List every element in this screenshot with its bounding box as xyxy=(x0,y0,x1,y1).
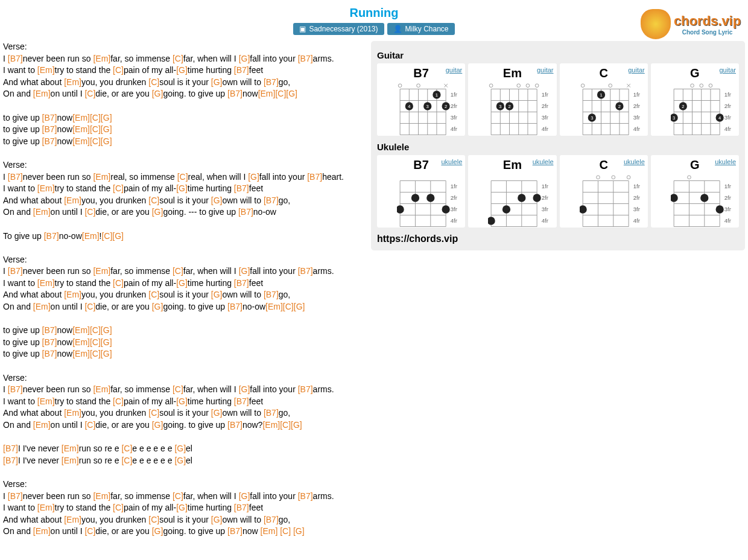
chord-token[interactable]: [Em] xyxy=(33,207,51,217)
chord-token[interactable]: [B7] xyxy=(307,172,322,182)
chord-token[interactable]: [C] xyxy=(113,183,124,193)
chord-token[interactable]: [B7] xyxy=(227,89,242,98)
chord-token[interactable]: [G] xyxy=(176,183,188,193)
chord-token[interactable]: [G] xyxy=(211,515,223,524)
site-logo[interactable]: chords.vip Chord Song Lyric xyxy=(636,6,745,42)
chord-token[interactable]: [B7] xyxy=(3,444,18,453)
chord-token[interactable]: [B7] xyxy=(42,325,57,335)
chord-token[interactable]: [B7] xyxy=(234,503,249,512)
chord-token[interactable]: [G] xyxy=(176,65,188,75)
instrument-link[interactable]: ukulele xyxy=(715,158,736,165)
chord-token[interactable]: [G] xyxy=(239,384,250,394)
chord-token[interactable]: [Em] xyxy=(33,420,51,430)
chord-token[interactable]: [Em][C][G] xyxy=(72,113,112,122)
chord-token[interactable]: [Em] xyxy=(93,491,110,501)
chord-token[interactable]: [B7] xyxy=(227,420,242,430)
chord-token[interactable]: [G] xyxy=(152,207,163,217)
chord-token[interactable]: [C] xyxy=(84,207,95,217)
chord-token[interactable]: [B7] xyxy=(298,491,313,501)
chord-token[interactable]: [Em] xyxy=(37,183,55,193)
chord-token[interactable]: [B7] xyxy=(234,183,249,193)
chord-token[interactable]: [C] xyxy=(84,526,95,536)
chord-token[interactable]: [B7] xyxy=(42,349,57,358)
chord-token[interactable]: [C] xyxy=(121,456,132,465)
chord-token[interactable]: [G] xyxy=(152,420,163,430)
instrument-link[interactable]: guitar xyxy=(628,66,645,74)
chord-token[interactable]: [C] xyxy=(148,290,159,299)
chord-token[interactable]: [B7] xyxy=(3,456,18,465)
chord-token[interactable]: [Em] xyxy=(64,408,81,418)
chord-token[interactable]: [C] xyxy=(173,384,183,394)
instrument-link[interactable]: ukulele xyxy=(624,158,645,165)
instrument-link[interactable]: guitar xyxy=(719,66,736,74)
site-url[interactable]: https://chords.vip xyxy=(377,234,739,244)
instrument-link[interactable]: ukulele xyxy=(533,158,554,165)
chord-token[interactable]: [B7] xyxy=(8,384,23,394)
chord-token[interactable]: [Em] xyxy=(82,231,100,241)
chord-token[interactable]: [B7] xyxy=(264,515,279,524)
chord-token[interactable]: [C] xyxy=(173,491,183,501)
chord-token[interactable]: [C] xyxy=(113,503,124,512)
chord-token[interactable]: [G] xyxy=(248,172,259,182)
chord-token[interactable]: [Em] xyxy=(64,290,81,299)
chord-token[interactable]: [C] xyxy=(113,396,124,406)
chord-token[interactable]: [Em] xyxy=(33,302,51,311)
chord-token[interactable]: [Em] xyxy=(37,396,55,406)
chord-token[interactable]: [B7] xyxy=(227,302,242,311)
chord-token[interactable]: [G] xyxy=(152,89,163,98)
chord-token[interactable]: [G] xyxy=(211,408,223,418)
chord-token[interactable]: [G] xyxy=(176,503,188,512)
chord-token[interactable]: [B7] xyxy=(42,113,57,122)
chord-token[interactable]: [C] xyxy=(84,420,95,430)
chord-token[interactable]: [B7] xyxy=(238,207,253,217)
chord-token[interactable]: [Em] xyxy=(93,54,110,63)
chord-token[interactable]: [C] xyxy=(173,54,183,63)
chord-token[interactable]: [G] xyxy=(211,196,223,205)
chord-token[interactable]: [Em] xyxy=(62,444,79,453)
chord-token[interactable]: [Em] xyxy=(62,456,79,465)
chord-token[interactable]: [Em] xyxy=(37,65,55,75)
chord-token[interactable]: [B7] xyxy=(264,196,279,205)
chord-token[interactable]: [G] xyxy=(174,456,186,465)
chord-token[interactable]: [B7] xyxy=(264,408,279,418)
chord-token[interactable]: [B7] xyxy=(234,278,249,288)
chord-token[interactable]: [B7] xyxy=(264,77,279,87)
chord-token[interactable]: [B7] xyxy=(227,526,242,536)
chord-token[interactable]: [C] xyxy=(148,77,159,87)
chord-token[interactable]: [G] xyxy=(152,526,163,536)
chord-token[interactable]: [B7] xyxy=(234,65,249,75)
chord-token[interactable]: [B7] xyxy=(8,54,23,63)
chord-token[interactable]: [G] xyxy=(174,444,186,453)
chord-token[interactable]: [Em][C][G] xyxy=(258,89,297,98)
chord-token[interactable]: [G] xyxy=(176,278,188,288)
chord-token[interactable]: [C] xyxy=(121,444,132,453)
chord-token[interactable]: [C][G] xyxy=(101,231,124,241)
chord-token[interactable]: [Em][C][G] xyxy=(72,325,112,335)
chord-token[interactable]: [B7] xyxy=(298,266,313,276)
chord-token[interactable]: [Em] xyxy=(33,89,51,98)
chord-token[interactable]: [Em][C][G] xyxy=(262,420,302,430)
chord-token[interactable]: [Em] xyxy=(64,196,81,205)
chord-token[interactable]: [C] xyxy=(173,266,183,276)
chord-token[interactable]: [Em] xyxy=(37,503,55,512)
chord-token[interactable]: [Em] xyxy=(64,515,81,524)
chord-token[interactable]: [C] xyxy=(148,196,159,205)
chord-token[interactable]: [C] xyxy=(113,278,124,288)
chord-token[interactable]: [C] xyxy=(84,302,95,311)
chord-token[interactable]: [B7] xyxy=(42,337,57,347)
chord-token[interactable]: [Em] [C] [G] xyxy=(261,526,305,536)
chord-token[interactable]: [B7] xyxy=(8,266,23,276)
chord-token[interactable]: [G] xyxy=(176,396,188,406)
chord-token[interactable]: [Em] xyxy=(64,77,81,87)
chord-token[interactable]: [Em][C][G] xyxy=(72,124,112,134)
chord-token[interactable]: [Em][C][G] xyxy=(72,349,112,358)
chord-token[interactable]: [Em] xyxy=(93,384,110,394)
chord-token[interactable]: [B7] xyxy=(42,124,57,134)
chord-token[interactable]: [G] xyxy=(211,77,223,87)
chord-token[interactable]: [B7] xyxy=(42,136,57,146)
chord-token[interactable]: [G] xyxy=(211,290,223,299)
chord-token[interactable]: [C] xyxy=(148,515,159,524)
chord-token[interactable]: [C] xyxy=(113,65,124,75)
chord-token[interactable]: [B7] xyxy=(8,172,23,182)
instrument-link[interactable]: guitar xyxy=(446,66,463,74)
